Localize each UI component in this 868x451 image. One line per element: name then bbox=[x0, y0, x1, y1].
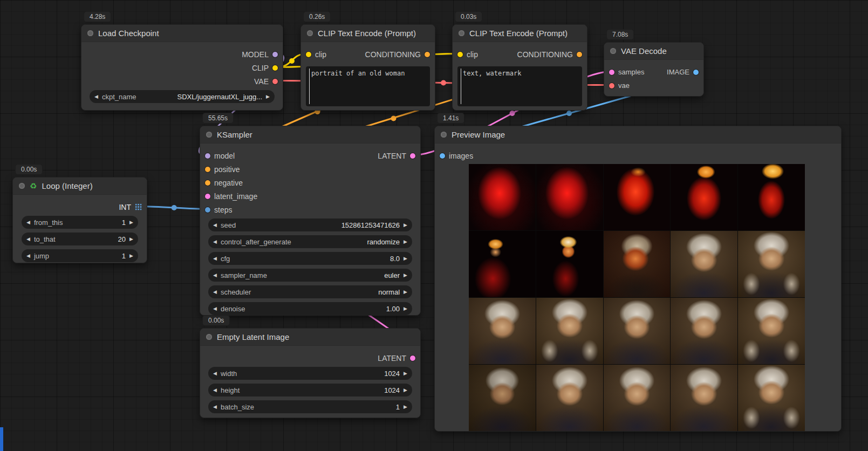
next-arrow-icon[interactable]: ▶ bbox=[404, 240, 407, 244]
preview-image-cell[interactable] bbox=[738, 365, 805, 431]
next-arrow-icon[interactable]: ▶ bbox=[404, 405, 407, 409]
prev-arrow-icon[interactable]: ◀ bbox=[213, 273, 217, 278]
node-clip-text-encode-positive[interactable]: 0.26s CLIP Text Encode (Prompt) clip CON… bbox=[300, 24, 435, 111]
prev-arrow-icon[interactable]: ◀ bbox=[213, 223, 217, 228]
prev-arrow-icon[interactable]: ◀ bbox=[26, 220, 30, 225]
node-ksampler[interactable]: 55.65s KSampler model LATENT positive bbox=[200, 126, 421, 316]
preview-image-cell[interactable] bbox=[604, 365, 671, 431]
node-graph-canvas[interactable]: 4.28s Load Checkpoint MODEL CLIP VAE ◀ c… bbox=[0, 0, 868, 451]
next-arrow-icon[interactable]: ▶ bbox=[404, 223, 407, 228]
collapse-toggle[interactable] bbox=[206, 334, 212, 340]
node-title-bar[interactable]: KSampler bbox=[200, 126, 420, 144]
widget-ckpt-name[interactable]: ◀ ckpt_name SDXL/juggernautXL_jugg... ▶ bbox=[90, 90, 275, 103]
next-arrow-icon[interactable]: ▶ bbox=[129, 220, 133, 225]
prev-arrow-icon[interactable]: ◀ bbox=[26, 237, 30, 242]
node-preview-image[interactable]: 1.41s Preview Image images bbox=[434, 126, 842, 432]
node-empty-latent-image[interactable]: 0.00s Empty Latent Image LATENT ◀ width … bbox=[200, 328, 421, 418]
widget-batch-size[interactable]: ◀ batch_size 1 ▶ bbox=[208, 400, 412, 413]
node-vae-decode[interactable]: 7.08s VAE Decode samples IMAGE vae bbox=[604, 42, 704, 97]
input-slot-vae[interactable] bbox=[609, 83, 614, 88]
negative-prompt-textarea[interactable]: text, watermark bbox=[457, 66, 582, 106]
node-title-bar[interactable]: CLIP Text Encode (Prompt) bbox=[301, 25, 435, 42]
preview-image-cell[interactable] bbox=[738, 231, 805, 297]
collapse-toggle[interactable] bbox=[441, 132, 447, 138]
node-load-checkpoint[interactable]: 4.28s Load Checkpoint MODEL CLIP VAE ◀ c… bbox=[81, 24, 283, 111]
preview-image-cell[interactable] bbox=[469, 164, 536, 230]
output-slot-conditioning[interactable] bbox=[425, 52, 430, 57]
widget-control-after-generate[interactable]: ◀ control_after_generate randomize ▶ bbox=[208, 235, 412, 248]
output-slot-latent[interactable] bbox=[410, 356, 415, 361]
preview-image-cell[interactable] bbox=[604, 298, 671, 364]
node-title-bar[interactable]: ♻ Loop (Integer) bbox=[13, 177, 147, 195]
prev-arrow-icon[interactable]: ◀ bbox=[213, 240, 217, 244]
node-title-bar[interactable]: Load Checkpoint bbox=[81, 25, 283, 42]
node-title-bar[interactable]: VAE Decode bbox=[604, 43, 703, 60]
prev-arrow-icon[interactable]: ◀ bbox=[213, 371, 217, 376]
input-slot-model[interactable] bbox=[205, 153, 210, 159]
next-arrow-icon[interactable]: ▶ bbox=[404, 306, 407, 311]
widget-cfg[interactable]: ◀ cfg 8.0 ▶ bbox=[208, 252, 412, 265]
input-slot-samples[interactable] bbox=[609, 70, 614, 75]
collapse-toggle[interactable] bbox=[610, 48, 616, 54]
widget-denoise[interactable]: ◀ denoise 1.00 ▶ bbox=[208, 302, 412, 315]
preview-image-cell[interactable] bbox=[469, 298, 536, 364]
preview-image-cell[interactable] bbox=[536, 164, 603, 230]
preview-image-cell[interactable] bbox=[738, 164, 805, 230]
int-slot-grid-icon[interactable] bbox=[135, 203, 142, 210]
preview-image-cell[interactable] bbox=[671, 231, 737, 297]
widget-height[interactable]: ◀ height 1024 ▶ bbox=[208, 384, 412, 397]
widget-width[interactable]: ◀ width 1024 ▶ bbox=[208, 367, 412, 380]
preview-image-cell[interactable] bbox=[671, 298, 737, 364]
output-slot-model[interactable] bbox=[272, 52, 278, 57]
output-slot-conditioning[interactable] bbox=[577, 52, 582, 57]
collapse-toggle[interactable] bbox=[87, 30, 93, 36]
output-slot-latent[interactable] bbox=[410, 153, 415, 159]
preview-image-cell[interactable] bbox=[469, 231, 536, 297]
node-title-bar[interactable]: CLIP Text Encode (Prompt) bbox=[453, 25, 587, 42]
output-slot-image[interactable] bbox=[693, 70, 699, 75]
input-slot-latent-image[interactable] bbox=[205, 194, 210, 199]
collapse-toggle[interactable] bbox=[459, 30, 464, 36]
widget-jump[interactable]: ◀ jump 1 ▶ bbox=[22, 249, 138, 262]
prev-arrow-icon[interactable]: ◀ bbox=[213, 290, 217, 295]
prev-arrow-icon[interactable]: ◀ bbox=[213, 388, 217, 393]
preview-image-cell[interactable] bbox=[536, 365, 603, 431]
next-arrow-icon[interactable]: ▶ bbox=[129, 237, 133, 242]
prev-arrow-icon[interactable]: ◀ bbox=[26, 254, 30, 258]
collapse-toggle[interactable] bbox=[19, 183, 25, 189]
collapse-toggle[interactable] bbox=[307, 30, 313, 36]
preview-image-cell[interactable] bbox=[671, 164, 737, 230]
preview-image-cell[interactable] bbox=[536, 231, 603, 297]
widget-from-this[interactable]: ◀ from_this 1 ▶ bbox=[22, 216, 138, 229]
input-slot-clip[interactable] bbox=[306, 52, 311, 57]
next-arrow-icon[interactable]: ▶ bbox=[404, 388, 407, 393]
prev-arrow-icon[interactable]: ◀ bbox=[213, 405, 217, 409]
preview-image-cell[interactable] bbox=[469, 365, 536, 431]
next-arrow-icon[interactable]: ▶ bbox=[404, 256, 407, 261]
next-arrow-icon[interactable]: ▶ bbox=[129, 254, 133, 258]
next-arrow-icon[interactable]: ▶ bbox=[404, 290, 407, 295]
output-slot-vae[interactable] bbox=[272, 79, 278, 84]
next-arrow-icon[interactable]: ▶ bbox=[266, 94, 270, 99]
preview-image-cell[interactable] bbox=[604, 231, 671, 297]
input-slot-steps[interactable] bbox=[205, 207, 210, 213]
prev-arrow-icon[interactable]: ◀ bbox=[213, 256, 217, 261]
widget-seed[interactable]: ◀ seed 152861253471626 ▶ bbox=[208, 218, 412, 231]
next-arrow-icon[interactable]: ▶ bbox=[404, 371, 407, 376]
positive-prompt-textarea[interactable]: portrait of an old woman bbox=[306, 66, 430, 106]
widget-scheduler[interactable]: ◀ scheduler normal ▶ bbox=[208, 285, 412, 298]
preview-image-cell[interactable] bbox=[536, 298, 603, 364]
preview-image-cell[interactable] bbox=[671, 365, 737, 431]
widget-to-that[interactable]: ◀ to_that 20 ▶ bbox=[22, 233, 138, 245]
output-slot-clip[interactable] bbox=[272, 65, 278, 71]
input-slot-images[interactable] bbox=[440, 153, 445, 159]
prev-arrow-icon[interactable]: ◀ bbox=[213, 306, 217, 311]
preview-image-cell[interactable] bbox=[738, 298, 805, 364]
node-title-bar[interactable]: Empty Latent Image bbox=[200, 329, 420, 346]
input-slot-clip[interactable] bbox=[457, 52, 463, 57]
input-slot-positive[interactable] bbox=[205, 167, 210, 172]
input-slot-negative[interactable] bbox=[205, 180, 210, 186]
next-arrow-icon[interactable]: ▶ bbox=[404, 273, 407, 278]
node-title-bar[interactable]: Preview Image bbox=[435, 126, 841, 144]
preview-image-cell[interactable] bbox=[604, 164, 671, 230]
